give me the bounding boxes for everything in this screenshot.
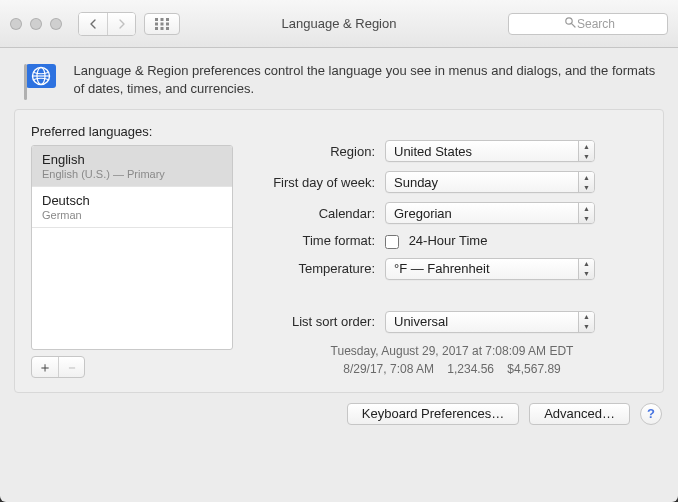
list-sort-value: Universal xyxy=(385,311,595,333)
24hour-checkbox[interactable] xyxy=(385,235,399,249)
keyboard-preferences-button[interactable]: Keyboard Preferences… xyxy=(347,403,519,425)
first-day-value: Sunday xyxy=(385,171,595,193)
calendar-label: Calendar: xyxy=(257,206,385,221)
calendar-popup[interactable]: Gregorian ▲▼ xyxy=(385,202,595,224)
chevron-updown-icon: ▲▼ xyxy=(578,259,594,279)
svg-rect-5 xyxy=(166,22,169,25)
list-item[interactable]: Deutsch German xyxy=(32,187,232,228)
temperature-value: °F — Fahrenheit xyxy=(385,258,595,280)
footer: Keyboard Preferences… Advanced… ? xyxy=(0,403,678,437)
svg-rect-3 xyxy=(155,22,158,25)
language-sub: German xyxy=(42,209,222,221)
search-input[interactable] xyxy=(508,13,668,35)
chevron-updown-icon: ▲▼ xyxy=(578,141,594,161)
advanced-button[interactable]: Advanced… xyxy=(529,403,630,425)
languages-column: Preferred languages: English English (U.… xyxy=(31,122,233,378)
example-line-1: Tuesday, August 29, 2017 at 7:08:09 AM E… xyxy=(257,342,647,360)
window-controls xyxy=(10,18,62,30)
header-description-row: Language & Region preferences control th… xyxy=(0,48,678,109)
svg-rect-4 xyxy=(161,22,164,25)
minimize-icon[interactable] xyxy=(30,18,42,30)
prefs-window: Language & Region Language & Region pref… xyxy=(0,0,678,502)
pane-icon xyxy=(22,62,55,96)
first-day-label: First day of week: xyxy=(257,175,385,190)
chevron-updown-icon: ▲▼ xyxy=(578,203,594,223)
search-wrap xyxy=(508,13,668,35)
show-all-button[interactable] xyxy=(144,13,180,35)
time-format-label: Time format: xyxy=(257,233,385,248)
close-icon[interactable] xyxy=(10,18,22,30)
add-remove-group: ＋ － xyxy=(31,356,85,378)
language-name: Deutsch xyxy=(42,193,222,208)
header-description: Language & Region preferences control th… xyxy=(73,62,656,97)
svg-rect-0 xyxy=(155,18,158,21)
temperature-popup[interactable]: °F — Fahrenheit ▲▼ xyxy=(385,258,595,280)
svg-rect-6 xyxy=(155,27,158,30)
svg-rect-1 xyxy=(161,18,164,21)
back-button[interactable] xyxy=(79,13,107,35)
forward-button[interactable] xyxy=(107,13,135,35)
zoom-icon[interactable] xyxy=(50,18,62,30)
settings-column: Region: United States ▲▼ First day of we… xyxy=(257,122,647,378)
remove-language-button[interactable]: － xyxy=(58,357,84,377)
help-button[interactable]: ? xyxy=(640,403,662,425)
calendar-value: Gregorian xyxy=(385,202,595,224)
svg-rect-7 xyxy=(161,27,164,30)
svg-rect-8 xyxy=(166,27,169,30)
svg-rect-15 xyxy=(24,64,27,100)
example-line-2: 8/29/17, 7:08 AM 1,234.56 $4,567.89 xyxy=(257,360,647,378)
temperature-label: Temperature: xyxy=(257,261,385,276)
svg-rect-2 xyxy=(166,18,169,21)
chevron-updown-icon: ▲▼ xyxy=(578,312,594,332)
chevron-updown-icon: ▲▼ xyxy=(578,172,594,192)
titlebar: Language & Region xyxy=(0,0,678,48)
format-examples: Tuesday, August 29, 2017 at 7:08:09 AM E… xyxy=(257,342,647,378)
grid-icon xyxy=(155,18,169,30)
region-value: United States xyxy=(385,140,595,162)
main-content: Preferred languages: English English (U.… xyxy=(14,109,664,393)
region-label: Region: xyxy=(257,144,385,159)
first-day-popup[interactable]: Sunday ▲▼ xyxy=(385,171,595,193)
add-language-button[interactable]: ＋ xyxy=(32,357,58,377)
nav-back-forward xyxy=(78,12,136,36)
language-name: English xyxy=(42,152,222,167)
list-sort-popup[interactable]: Universal ▲▼ xyxy=(385,311,595,333)
language-sub: English (U.S.) — Primary xyxy=(42,168,222,180)
time-format-checkbox-row: 24-Hour Time xyxy=(385,233,487,249)
24hour-label: 24-Hour Time xyxy=(409,233,488,248)
list-item[interactable]: English English (U.S.) — Primary xyxy=(32,146,232,187)
region-popup[interactable]: United States ▲▼ xyxy=(385,140,595,162)
list-sort-label: List sort order: xyxy=(257,314,385,329)
languages-list[interactable]: English English (U.S.) — Primary Deutsch… xyxy=(31,145,233,350)
preferred-languages-label: Preferred languages: xyxy=(31,124,233,139)
